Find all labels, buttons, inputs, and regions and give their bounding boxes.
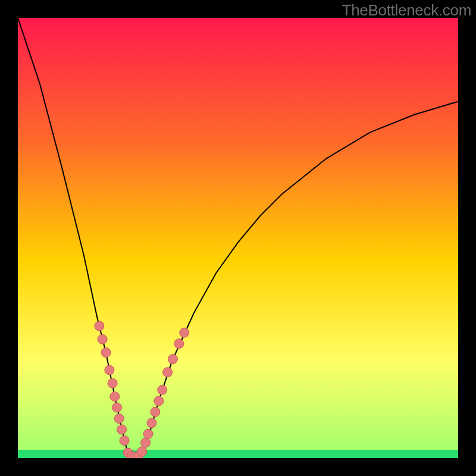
data-point bbox=[174, 339, 184, 349]
data-point bbox=[117, 425, 127, 434]
data-point bbox=[158, 385, 167, 394]
data-point bbox=[98, 334, 107, 344]
data-point bbox=[137, 447, 147, 456]
data-point bbox=[163, 368, 173, 377]
watermark-text: TheBottleneck.com bbox=[342, 1, 471, 20]
data-point bbox=[180, 328, 189, 337]
bottleneck-chart bbox=[18, 18, 458, 458]
data-point bbox=[147, 418, 156, 428]
green-band bbox=[18, 450, 458, 458]
data-point bbox=[108, 378, 117, 388]
data-point bbox=[110, 392, 120, 401]
data-point bbox=[151, 407, 160, 416]
plot-area bbox=[18, 18, 458, 458]
data-point bbox=[95, 321, 104, 331]
data-point bbox=[105, 365, 114, 375]
data-point bbox=[154, 396, 164, 406]
data-point bbox=[120, 436, 129, 445]
data-point bbox=[114, 414, 124, 423]
gradient-background bbox=[18, 18, 458, 458]
data-point bbox=[101, 347, 111, 357]
data-point bbox=[168, 355, 178, 364]
data-point bbox=[141, 438, 151, 447]
data-point bbox=[112, 403, 122, 412]
chart-frame: TheBottleneck.com bbox=[0, 0, 476, 476]
data-point bbox=[143, 429, 153, 439]
